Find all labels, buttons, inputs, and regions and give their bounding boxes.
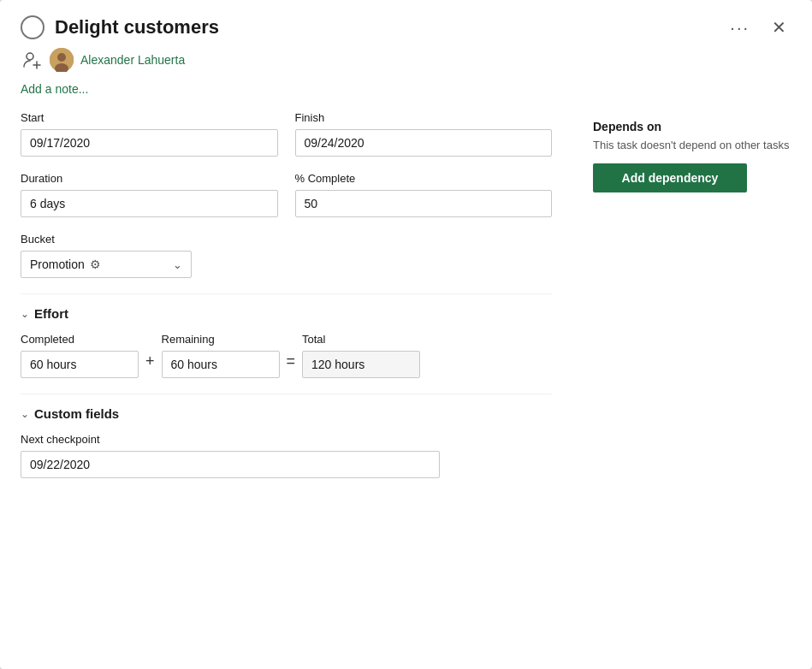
start-input[interactable] [21, 129, 278, 157]
effort-row: Completed + Remaining = Total 120 hours [21, 333, 552, 378]
remaining-input[interactable] [162, 351, 280, 378]
completed-input[interactable] [21, 351, 139, 378]
remaining-label: Remaining [162, 333, 280, 346]
svg-point-4 [57, 53, 66, 62]
next-checkpoint-label: Next checkpoint [21, 433, 552, 446]
more-options-button[interactable]: ··· [725, 16, 755, 39]
complete-label: % Complete [295, 172, 553, 185]
complete-group: % Complete [295, 172, 553, 217]
duration-group: Duration [21, 172, 278, 217]
avatar [50, 48, 74, 72]
effort-section-header[interactable]: ⌄ Effort [21, 306, 552, 321]
chevron-down-icon: ⌄ [173, 258, 182, 271]
custom-section-header[interactable]: ⌄ Custom fields [21, 406, 552, 421]
complete-input[interactable] [295, 190, 553, 217]
start-label: Start [21, 111, 278, 124]
effort-section-title: Effort [34, 306, 68, 321]
equals-operator: = [287, 352, 296, 378]
bucket-group: Bucket Promotion ⚙ ⌄ [21, 233, 552, 278]
left-panel: Start Finish Duration % Complete [0, 96, 572, 669]
header-left: Delight customers [21, 15, 219, 39]
start-group: Start [21, 111, 278, 157]
main-content: Start Finish Duration % Complete [0, 96, 812, 669]
task-title: Delight customers [55, 16, 219, 38]
bucket-label: Bucket [21, 233, 552, 246]
next-checkpoint-group: Next checkpoint [21, 433, 552, 478]
custom-section-title: Custom fields [34, 406, 119, 421]
svg-point-0 [27, 53, 33, 60]
start-finish-row: Start Finish [21, 111, 552, 157]
total-label: Total [302, 333, 420, 346]
depends-on-label: Depends on [593, 120, 791, 133]
bucket-value: Promotion [30, 258, 85, 271]
total-value: 120 hours [302, 351, 420, 378]
finish-group: Finish [295, 111, 553, 157]
gear-icon: ⚙ [90, 258, 101, 271]
total-group: Total 120 hours [302, 333, 420, 378]
user-name[interactable]: Alexander Lahuerta [80, 53, 185, 67]
duration-label: Duration [21, 172, 278, 185]
task-status-circle[interactable] [21, 15, 44, 39]
next-checkpoint-input[interactable] [21, 451, 440, 478]
duration-input[interactable] [21, 190, 278, 217]
task-dialog: Delight customers ··· ✕ Alexander Lahuer… [0, 0, 812, 669]
add-dependency-button[interactable]: Add dependency [593, 163, 747, 192]
plus-operator: + [145, 352, 155, 378]
custom-divider [21, 394, 552, 394]
close-button[interactable]: ✕ [767, 17, 791, 38]
depends-on-description: This task doesn't depend on other tasks [593, 139, 791, 151]
completed-group: Completed [21, 333, 139, 378]
finish-label: Finish [295, 111, 553, 124]
bucket-inner: Promotion ⚙ [30, 258, 101, 271]
dialog-header: Delight customers ··· ✕ [0, 0, 812, 39]
add-user-icon[interactable] [21, 49, 43, 71]
completed-label: Completed [21, 333, 139, 346]
right-panel: Depends on This task doesn't depend on o… [572, 96, 812, 669]
add-note-link[interactable]: Add a note... [0, 72, 812, 96]
bucket-dropdown[interactable]: Promotion ⚙ ⌄ [21, 251, 192, 278]
finish-input[interactable] [295, 129, 553, 157]
user-row: Alexander Lahuerta [0, 39, 812, 72]
effort-chevron-icon: ⌄ [21, 308, 29, 320]
remaining-group: Remaining [162, 333, 280, 378]
custom-chevron-icon: ⌄ [21, 408, 29, 420]
header-right: ··· ✕ [725, 16, 791, 39]
duration-complete-row: Duration % Complete [21, 172, 552, 217]
section-divider [21, 293, 552, 294]
